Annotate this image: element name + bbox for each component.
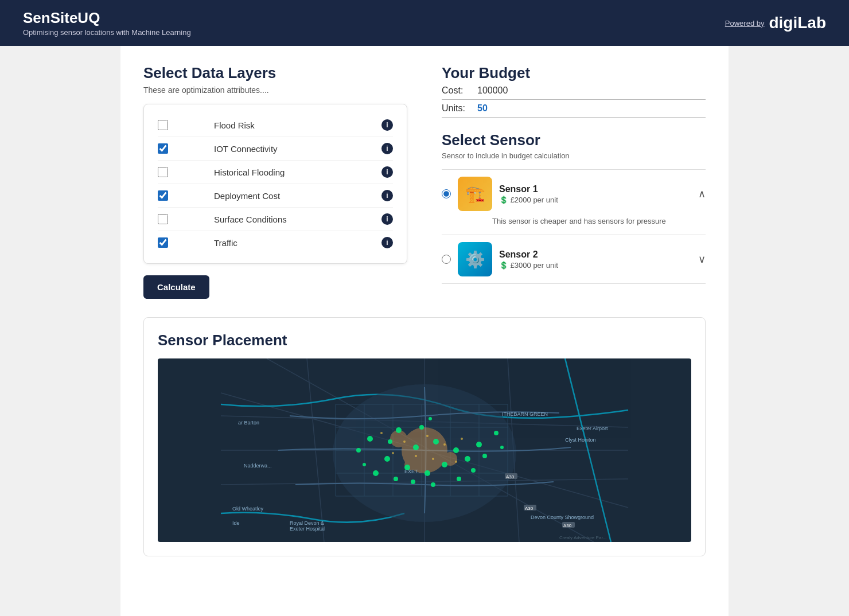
select-sensor-title: Select Sensor: [442, 131, 706, 149]
svg-point-27: [403, 440, 406, 443]
right-col: Your Budget Cost: 100000 Units: 50 Selec…: [442, 64, 706, 299]
units-value: 50: [477, 103, 706, 114]
brand-subtitle: Optimising sensor locations with Machine…: [23, 28, 191, 37]
svg-point-30: [461, 438, 463, 440]
flood-risk-info-icon[interactable]: i: [381, 119, 393, 131]
svg-point-31: [415, 455, 417, 457]
svg-point-53: [431, 482, 435, 487]
top-section: Select Data Layers These are optimizatio…: [143, 64, 706, 299]
app-header: SenSiteUQ Optimising sensor locations wi…: [0, 0, 849, 46]
data-layers-subtitle: These are optimization attributes....: [143, 85, 407, 95]
layers-box: Flood Risk i IOT Connectivity i Historic…: [143, 104, 407, 264]
svg-point-52: [388, 439, 392, 444]
svg-point-51: [411, 479, 415, 484]
svg-point-57: [363, 463, 366, 466]
svg-text:EXET...: EXET...: [404, 469, 422, 474]
cost-label: Cost:: [442, 85, 470, 96]
svg-point-58: [500, 446, 504, 449]
svg-text:Devon County Showground: Devon County Showground: [531, 514, 594, 520]
sensor-1-info: Sensor 1 💲 £2000 per unit: [499, 184, 691, 204]
cost-row: Cost: 100000: [442, 85, 706, 100]
svg-text:A30: A30: [525, 506, 533, 511]
layer-row-flood-risk: Flood Risk i: [158, 114, 393, 137]
sensor-2-price: 💲 £3000 per unit: [499, 261, 691, 270]
svg-point-35: [367, 436, 373, 442]
sensor-1-expand-icon[interactable]: ∧: [698, 188, 706, 200]
svg-point-29: [443, 443, 446, 446]
sensor-2-price-icon: 💲: [499, 261, 508, 270]
brand: SenSiteUQ Optimising sensor locations wi…: [23, 9, 191, 37]
surface-conditions-info-icon[interactable]: i: [381, 213, 393, 225]
iot-connectivity-checkbox[interactable]: [158, 143, 168, 154]
svg-point-26: [380, 432, 383, 434]
sensor-2-info: Sensor 2 💲 £3000 per unit: [499, 249, 691, 270]
deployment-cost-label: Deployment Cost: [214, 191, 381, 201]
sensor-select-section: Select Sensor Sensor to include in budge…: [442, 131, 706, 284]
svg-point-49: [419, 425, 424, 430]
sensor-1-name: Sensor 1: [499, 184, 691, 194]
svg-text:Clyst Honiton: Clyst Honiton: [565, 437, 596, 443]
svg-point-46: [476, 442, 482, 447]
iot-connectivity-label: IOT Connectivity: [214, 144, 381, 154]
svg-point-40: [384, 456, 390, 462]
svg-text:A30: A30: [563, 523, 572, 528]
powered-by-label: Powered by: [725, 19, 765, 28]
svg-text:Crealy Adventure Par...: Crealy Adventure Par...: [559, 535, 606, 540]
sensor-2-expand-icon[interactable]: ∨: [698, 253, 706, 266]
brand-title: SenSiteUQ: [23, 9, 191, 27]
sensor-list: 🏗️ Sensor 1 💲 £2000 per unit ∧: [442, 169, 706, 284]
svg-point-36: [396, 427, 402, 433]
flood-risk-checkbox[interactable]: [158, 120, 168, 130]
svg-point-42: [424, 470, 430, 476]
powered-by-section: Powered by digiLab: [725, 14, 826, 32]
calculate-button[interactable]: Calculate: [143, 275, 209, 299]
layer-row-surface-conditions: Surface Conditions i: [158, 208, 393, 231]
map-container[interactable]: ar Barton Old Wheatley Nadderwa... ITHEB…: [158, 358, 691, 542]
layer-row-deployment-cost: Deployment Cost i: [158, 184, 393, 208]
surface-conditions-checkbox[interactable]: [158, 214, 168, 224]
svg-point-38: [433, 439, 439, 445]
map-svg: ar Barton Old Wheatley Nadderwa... ITHEB…: [158, 358, 691, 542]
sensor-1-image: 🏗️: [458, 177, 492, 211]
main-content: Select Data Layers These are optimizatio…: [120, 46, 729, 616]
svg-point-47: [494, 431, 499, 435]
sensor-1-description: This sensor is cheaper and has sensors f…: [492, 217, 706, 225]
svg-text:Exeter Hospital: Exeter Hospital: [290, 526, 325, 532]
svg-point-28: [426, 435, 429, 437]
flood-risk-label: Flood Risk: [214, 120, 381, 130]
svg-point-50: [457, 477, 461, 481]
traffic-info-icon[interactable]: i: [381, 237, 393, 248]
sensor-row-2: ⚙️ Sensor 2 💲 £3000 per unit ∨: [442, 242, 706, 276]
units-row: Units: 50: [442, 103, 706, 118]
sensor-2-icon: ⚙️: [465, 250, 485, 269]
svg-text:Exeter Airport: Exeter Airport: [577, 426, 608, 431]
svg-point-44: [465, 456, 470, 462]
budget-title: Your Budget: [442, 64, 706, 82]
surface-conditions-label: Surface Conditions: [214, 215, 381, 224]
svg-point-39: [453, 447, 459, 453]
svg-text:A30: A30: [506, 474, 515, 479]
data-layers-title: Select Data Layers: [143, 64, 407, 82]
placement-title: Sensor Placement: [158, 332, 691, 349]
svg-point-48: [356, 448, 361, 453]
deployment-cost-info-icon[interactable]: i: [381, 190, 393, 201]
sensor-1-price: 💲 £2000 per unit: [499, 196, 691, 204]
layer-row-iot-connectivity: IOT Connectivity i: [158, 137, 393, 161]
traffic-label: Traffic: [214, 238, 381, 248]
sensor-1-price-icon: 💲: [499, 196, 508, 204]
units-label: Units:: [442, 103, 470, 114]
deployment-cost-checkbox[interactable]: [158, 190, 168, 201]
historical-flooding-info-icon[interactable]: i: [381, 166, 393, 178]
sensor-2-name: Sensor 2: [499, 249, 691, 260]
svg-point-55: [394, 477, 398, 481]
sensor-2-price-value: £3000 per unit: [511, 261, 558, 270]
iot-connectivity-info-icon[interactable]: i: [381, 143, 393, 154]
sensor-1-radio[interactable]: [442, 189, 451, 198]
historical-flooding-checkbox[interactable]: [158, 167, 168, 177]
svg-text:Nadderwa...: Nadderwa...: [244, 463, 272, 469]
layer-row-traffic: Traffic i: [158, 231, 393, 254]
traffic-checkbox[interactable]: [158, 237, 168, 248]
svg-text:Old Wheatley: Old Wheatley: [232, 506, 264, 512]
historical-flooding-label: Historical Flooding: [214, 167, 381, 177]
sensor-2-radio[interactable]: [442, 255, 451, 264]
